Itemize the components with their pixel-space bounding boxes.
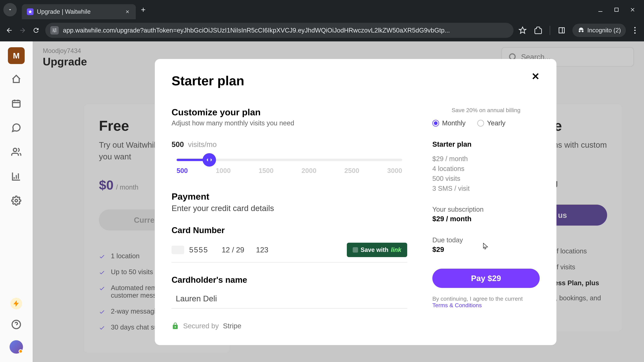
extensions-icon[interactable] — [534, 26, 542, 34]
help-icon — [11, 320, 21, 330]
radio-label: Monthly — [442, 119, 466, 127]
org-badge[interactable]: M — [8, 47, 25, 64]
visits-slider[interactable]: 500 1000 1500 2000 2500 3000 — [172, 159, 407, 174]
terms-text: By continuing, I agree to the current Te… — [432, 296, 540, 309]
arrow-right-icon — [19, 27, 26, 34]
sidebar-nav — [11, 74, 21, 206]
drag-handle-icon — [206, 157, 213, 162]
tab-bar: Upgrade | Waitwhile + — [0, 0, 644, 19]
svg-point-1 — [15, 199, 18, 202]
reload-button[interactable] — [32, 26, 40, 34]
back-button[interactable] — [5, 26, 14, 34]
lock-icon — [172, 322, 179, 330]
window-close-icon[interactable] — [630, 7, 636, 13]
slider-thumb[interactable] — [202, 153, 216, 167]
save-link-label: Save with — [360, 246, 388, 253]
payment-sub: Enter your credit card details — [172, 204, 407, 213]
calendar-icon[interactable] — [11, 98, 21, 108]
visits-value: 500 — [172, 140, 184, 148]
tab-title: Upgrade | Waitwhile — [37, 8, 121, 15]
main-area: Moodjoy7434 Upgrade Free Try out Waitwhi… — [33, 41, 644, 362]
due-today-label: Due today — [432, 236, 540, 244]
url-text: app.waitwhile.com/upgrade?authToken=eyJh… — [63, 27, 450, 34]
app: M Moodjoy7434 Upgrade — [0, 41, 644, 362]
modal-close-button[interactable]: ✕ — [532, 71, 540, 82]
card-expiry: 12 / 29 — [222, 246, 244, 254]
modal-title: Starter plan — [172, 73, 540, 88]
terms-link[interactable]: Terms & Conditions — [432, 302, 482, 308]
terms-pre: By continuing, I agree to the current — [432, 296, 523, 302]
slider-tick: 500 — [176, 167, 188, 174]
pay-button[interactable]: Pay $29 — [432, 269, 540, 288]
new-tab-button[interactable]: + — [141, 5, 146, 14]
tab-close-button[interactable] — [124, 8, 131, 15]
url-field[interactable]: app.waitwhile.com/upgrade?authToken=eyJh… — [45, 23, 514, 38]
checkbox-icon — [353, 247, 358, 253]
slider-ticks: 500 1000 1500 2000 2500 3000 — [176, 167, 402, 174]
browser-menu-button[interactable] — [631, 27, 639, 34]
due-today-value: $29 — [432, 246, 540, 254]
site-info-button[interactable] — [50, 26, 59, 34]
sidebar: M — [0, 41, 33, 362]
payment-title: Payment — [172, 191, 407, 202]
customize-title: Customize your plan — [172, 107, 407, 117]
home-icon[interactable] — [11, 74, 21, 84]
summary-line: 4 locations — [432, 165, 540, 172]
window-controls — [598, 7, 641, 13]
avatar-button[interactable] — [10, 340, 23, 354]
arrow-left-icon — [6, 27, 13, 34]
chat-icon[interactable] — [11, 123, 21, 133]
visits-unit: visits/mo — [188, 140, 217, 148]
summary-line: 3 SMS / visit — [432, 185, 540, 192]
reload-icon — [32, 27, 40, 34]
divider — [550, 26, 550, 35]
gear-icon[interactable] — [11, 196, 21, 206]
url-actions — [518, 26, 567, 35]
billing-toggle: Monthly Yearly — [432, 119, 540, 127]
tab-search-button[interactable] — [3, 3, 17, 16]
sidebar-bottom — [10, 298, 23, 362]
subscription-label: Your subscription — [432, 206, 540, 213]
customize-sub: Adjust how many monthly visits you need — [172, 119, 407, 127]
slider-tick: 2500 — [344, 167, 359, 174]
bolt-button[interactable] — [10, 298, 22, 309]
browser-chrome: Upgrade | Waitwhile + app.waitwhile.com/… — [0, 0, 644, 41]
billing-monthly-radio[interactable]: Monthly — [432, 119, 466, 127]
secured-brand: Stripe — [223, 322, 241, 330]
url-bar: app.waitwhile.com/upgrade?authToken=eyJh… — [0, 19, 644, 41]
help-button[interactable] — [11, 320, 21, 330]
card-number-label: Card Number — [172, 225, 407, 235]
card-brand-icon — [172, 246, 184, 254]
slider-tick: 1000 — [216, 167, 230, 174]
maximize-icon[interactable] — [614, 7, 620, 13]
bolt-icon — [13, 300, 20, 307]
summary-plan-name: Starter plan — [432, 140, 540, 148]
slider-tick: 3000 — [387, 167, 402, 174]
users-icon[interactable] — [11, 147, 21, 157]
save-note: Save 20% on annual billing — [432, 107, 540, 113]
browser-tab[interactable]: Upgrade | Waitwhile — [22, 4, 136, 19]
star-icon[interactable] — [518, 26, 526, 34]
billing-yearly-radio[interactable]: Yearly — [477, 119, 506, 127]
minimize-icon[interactable] — [598, 7, 604, 13]
slider-tick: 2000 — [302, 167, 316, 174]
forward-button[interactable] — [18, 26, 27, 34]
cardholder-name-input[interactable]: Lauren Deli — [172, 292, 407, 309]
incognito-label: Incognito (2) — [587, 27, 621, 34]
card-number-field[interactable]: 5555 12 / 29 123 Save with link — [172, 243, 407, 263]
slider-tick: 1500 — [258, 167, 274, 174]
visits-label: 500 visits/mo — [172, 140, 407, 149]
side-panel-icon[interactable] — [558, 26, 566, 34]
card-last4: 5555 — [189, 246, 208, 254]
svg-rect-0 — [12, 100, 20, 107]
radio-label: Yearly — [487, 119, 506, 127]
card-cvc: 123 — [256, 246, 268, 254]
close-icon — [125, 9, 130, 14]
summary-lines: $29 / month 4 locations 500 visits 3 SMS… — [432, 155, 540, 192]
link-logo: link — [391, 246, 401, 253]
save-with-link-button[interactable]: Save with link — [347, 243, 407, 257]
analytics-icon[interactable] — [11, 171, 21, 181]
starter-plan-modal: Starter plan ✕ Customize your plan Adjus… — [155, 59, 556, 345]
subscription-value: $29 / month — [432, 215, 540, 223]
incognito-badge[interactable]: Incognito (2) — [572, 24, 626, 37]
